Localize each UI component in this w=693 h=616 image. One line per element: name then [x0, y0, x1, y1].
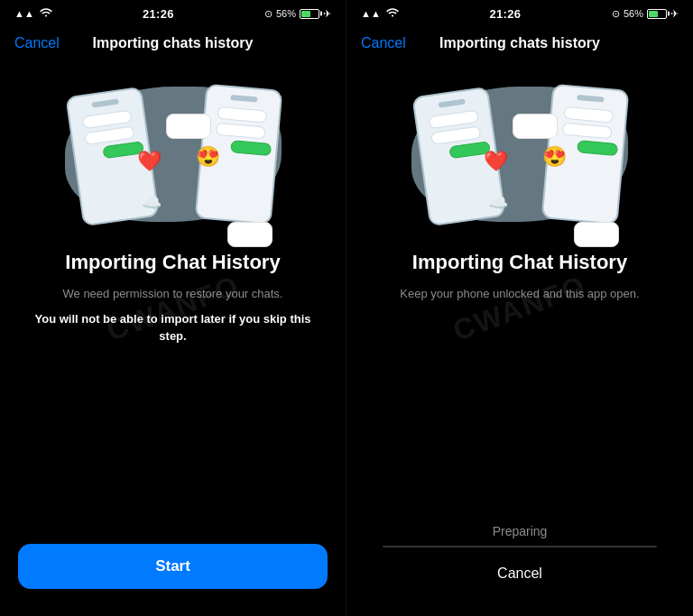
heart-emoji-2: ❤️ — [484, 150, 508, 173]
subtitle-2: Keep your phone unlocked and this app op… — [400, 285, 639, 303]
heart-emoji-1: ❤️ — [137, 150, 162, 173]
bottom-area-1: Start — [0, 526, 346, 616]
speech-bubble-right-2 — [574, 222, 619, 247]
screen-2: ▲▲ 21:26 ⊙ 56% ✈ Cancel Importing chats … — [346, 0, 693, 616]
status-bar-1: ▲▲ 21:26 ⊙ 56% ✈ — [0, 0, 346, 25]
cancel-button-1[interactable]: Cancel — [14, 35, 69, 51]
status-bar-2: ▲▲ 21:26 ⊙ 56% ✈ — [346, 0, 693, 25]
start-button[interactable]: Start — [18, 544, 328, 589]
illustration-2: ❤️ 😍 ☁️ — [402, 78, 637, 235]
illustration-area-1: ❤️ 😍 ☁️ — [0, 61, 346, 242]
status-right-2: ⊙ 56% ✈ — [612, 8, 679, 20]
subtitle-1: We need permission to restore your chats… — [63, 285, 283, 303]
status-time-2: 21:26 — [490, 7, 522, 21]
wifi-icon — [40, 8, 52, 20]
cloud-emoji-2: ☁️ — [488, 193, 508, 213]
battery-percent-2: 56% — [624, 8, 643, 19]
nav-bar-2: Cancel Importing chats history — [346, 25, 693, 61]
status-left-1: ▲▲ — [14, 8, 52, 20]
cancel-text-button[interactable]: Cancel — [479, 558, 560, 589]
speech-bubble-right-1 — [227, 222, 273, 247]
smile-emoji-2: 😍 — [542, 145, 567, 169]
signal-icon: ▲▲ — [14, 8, 34, 19]
speech-bubble-left-2 — [513, 114, 558, 139]
main-title-2: Importing Chat History — [412, 251, 627, 274]
location-icon: ⊙ — [264, 8, 273, 20]
content-area-2: Importing Chat History Keep your phone u… — [346, 242, 693, 506]
bottom-area-2: Preparing Cancel — [346, 506, 693, 616]
airplane-icon-2: ✈ — [670, 8, 679, 20]
illustration-1: ❤️ 😍 ☁️ — [56, 78, 291, 235]
speech-bubble-left-1 — [166, 114, 211, 139]
status-left-2: ▲▲ — [361, 8, 399, 20]
wifi-icon-2 — [386, 8, 399, 20]
cancel-button-2[interactable]: Cancel — [361, 35, 415, 51]
illustration-area-2: ❤️ 😍 ☁️ — [346, 61, 693, 242]
signal-icon-2: ▲▲ — [361, 8, 381, 19]
nav-title-2: Importing chats history — [415, 35, 624, 51]
warning-text-1: You will not be able to import later if … — [27, 310, 319, 345]
battery-icon-2 — [647, 9, 667, 19]
airplane-icon: ✈ — [323, 8, 331, 20]
nav-title-1: Importing chats history — [69, 35, 277, 51]
status-right-1: ⊙ 56% ✈ — [264, 8, 331, 20]
battery-percent-1: 56% — [276, 8, 296, 19]
status-time-1: 21:26 — [143, 7, 174, 21]
preparing-area: Preparing — [365, 524, 675, 547]
smile-emoji-1: 😍 — [196, 145, 220, 169]
battery-icon-1 — [300, 9, 319, 19]
cloud-emoji-1: ☁️ — [142, 193, 162, 213]
content-area-1: Importing Chat History We need permissio… — [0, 242, 346, 526]
location-icon-2: ⊙ — [612, 8, 620, 20]
preparing-label: Preparing — [493, 524, 548, 538]
screen-1: ▲▲ 21:26 ⊙ 56% ✈ Cancel Importing chats … — [0, 0, 346, 616]
nav-bar-1: Cancel Importing chats history — [0, 25, 346, 61]
main-title-1: Importing Chat History — [65, 251, 280, 274]
progress-bar — [383, 546, 657, 547]
